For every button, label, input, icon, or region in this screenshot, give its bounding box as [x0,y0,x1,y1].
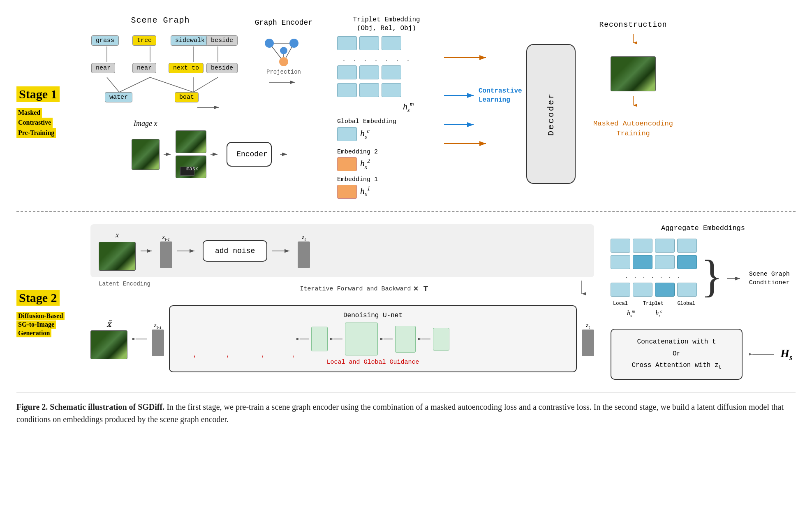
zt-label: zt [302,233,306,241]
caption: Figure 2. Schematic illustration of SGDi… [16,392,796,425]
down-arrow-iterative [578,281,586,297]
svg-line-8 [193,77,218,92]
embed2-title: Embedding 2 [337,149,378,156]
embed-block-3-2 [359,83,379,97]
forward-img [99,242,136,271]
embed-block-1-3 [382,36,401,50]
svg-point-14 [265,39,274,48]
sg-node-tree: tree [132,35,156,46]
masked-arrow [629,96,637,111]
unet-blocks-row [296,323,449,355]
triplet-sublabel: Triplet [633,301,674,306]
stage2-sub2: SG-to-Image [16,320,56,329]
global-embed-row: hsc [337,127,370,141]
image-label: Image x [134,119,288,128]
scene-graph-conditioner-label: Scene GraphConditioner [749,270,790,287]
reconstruction-image [611,56,656,91]
triplet-row-1 [337,36,412,50]
bottom-center-col: x zt-1 add noise [90,224,594,380]
add-noise-box: add noise [203,240,267,262]
zt-den-label: zt [586,321,590,330]
sg-node-boat: boat [175,92,199,102]
embed2-area: Embedding 2 hx2 [337,149,378,171]
zt1-col: zt-1 [160,233,172,268]
triplet-row-3 [337,83,412,97]
sg-rel-next-to: next to [169,63,204,73]
agg-b6 [633,255,652,269]
denoising-row: x̃ zt-1 Denoising U-net [90,305,594,372]
svg-line-7 [150,77,193,92]
agg-row3 [611,283,697,297]
arr2-svg [211,150,218,158]
zt1-label: zt-1 [162,233,170,241]
hx2-arrow-svg [444,121,477,129]
agg-b3 [655,239,675,253]
zt-den-col: zt [582,321,594,356]
zt1-den-bar [152,330,164,356]
hx1-arrow-svg [444,139,489,148]
agg-b5 [611,255,630,269]
svg-line-4 [107,77,119,92]
global-embed-title: Global Embedding [337,118,396,125]
aggregate-title: Aggregate Embeddings [611,224,796,232]
stage1-subtitle-line2: Contrastive [16,118,53,128]
agg-b9 [611,283,630,297]
agg-b12 [677,283,697,297]
embed-block-1-2 [359,36,379,50]
graph-vis: Projection [253,31,315,76]
stage1-title: Stage 1 [16,86,60,102]
zt1-den-col: zt-1 [152,321,164,356]
unet-box: Denoising U-net [169,305,577,372]
agg-b8 [677,255,697,269]
zt-bar [298,241,310,268]
split-images: mask [176,130,206,178]
hx2-arrow-row [444,121,522,129]
aggregate-main-row: . . . . . . . Local Triplet Global [611,239,796,318]
recon-down-arrow-svg [629,34,637,46]
hc-arrow-row: ContrastiveLearning [444,86,522,105]
forward-row: x zt-1 add noise [90,224,594,277]
zt1-den-label: zt-1 [154,321,162,330]
unet-arr4 [418,335,430,343]
contrastive-group: ContrastiveLearning [444,86,522,148]
stage2-title: Stage 2 [16,290,60,306]
middle-arrows-col: ContrastiveLearning [444,12,526,199]
hx2-label: hx2 [360,158,370,170]
embed-block-2-3 [382,65,401,79]
embed2-row: hx2 [337,157,378,171]
red-dashes-svg [186,355,532,360]
hc-arrow-svg [444,91,477,100]
stage2-label: Stage 2 Diffusion-Based SG-to-Image Gene… [16,224,82,380]
sg-node-grass: grass [91,35,119,46]
global-embed-block [337,127,357,141]
unet-arr3 [380,335,393,343]
hs-m-label: hsm [403,101,414,114]
encoder-box: Encoder [227,142,272,167]
svg-point-17 [280,47,287,54]
caption-bold-part: Schematic illustration of SGDiff. [50,402,164,411]
stage2-sub3: Generation [16,329,51,337]
hs-big-label: Hs [780,347,792,362]
agg-b11 [655,283,675,297]
unet-block-sm2 [395,326,416,353]
sg-node-water: water [105,92,132,102]
original-image [132,139,160,170]
unet-arr2 [330,335,342,343]
projection-label: Projection [266,69,301,75]
agg-b1 [611,239,630,253]
unet-block-sm3 [433,328,449,351]
recon-arrow [629,34,637,48]
embed1-row: hx1 [337,185,378,199]
agg-b10 [633,283,652,297]
sg-rel-beside: beside [206,63,238,73]
arr-fwd1 [141,247,155,255]
curly-brace: } [701,256,723,297]
hs-c-label: hsc [360,128,370,140]
decoder-box: Decoder [526,44,576,184]
bottom-section: Stage 2 Diffusion-Based SG-to-Image Gene… [16,220,796,380]
triplet-row-2 [337,65,412,79]
zt-den-bar [582,330,594,356]
embed-block-3-3 [382,83,401,97]
scene-graph-title: Scene Graph [131,16,190,25]
unet-arr1 [296,335,309,343]
